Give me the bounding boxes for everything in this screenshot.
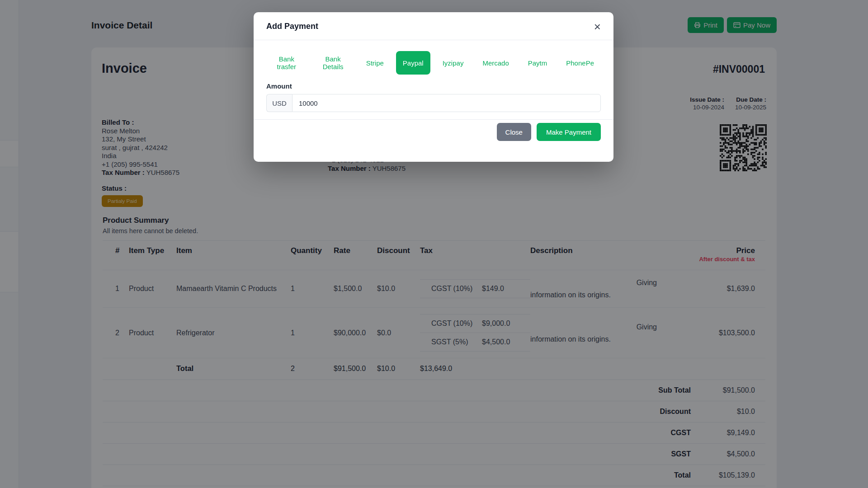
tab-bank-transfer[interactable]: Bank trasfer bbox=[266, 51, 307, 75]
modal-title: Add Payment bbox=[266, 22, 318, 31]
payment-method-tabs: Bank trasfer Bank Details Stripe Paypal … bbox=[266, 51, 601, 75]
tab-iyzipay[interactable]: Iyzipay bbox=[436, 51, 471, 75]
make-payment-button[interactable]: Make Payment bbox=[537, 123, 601, 141]
tab-phonepe[interactable]: PhonePe bbox=[559, 51, 601, 75]
amount-label: Amount bbox=[266, 82, 601, 90]
tab-mercado[interactable]: Mercado bbox=[476, 51, 515, 75]
tab-bank-details[interactable]: Bank Details bbox=[312, 51, 354, 75]
tab-stripe[interactable]: Stripe bbox=[359, 51, 391, 75]
add-payment-modal: Add Payment × Bank trasfer Bank Details … bbox=[254, 12, 613, 162]
tab-paytm[interactable]: Paytm bbox=[521, 51, 554, 75]
currency-addon: USD bbox=[266, 94, 292, 112]
modal-footer: Close Make Payment bbox=[254, 119, 613, 162]
close-icon[interactable]: × bbox=[594, 22, 601, 31]
amount-input[interactable] bbox=[292, 94, 601, 112]
modal-body: Bank trasfer Bank Details Stripe Paypal … bbox=[254, 40, 613, 119]
amount-input-group: USD bbox=[266, 94, 601, 112]
close-button[interactable]: Close bbox=[497, 123, 531, 141]
modal-header: Add Payment × bbox=[254, 12, 613, 40]
tab-paypal[interactable]: Paypal bbox=[396, 51, 430, 75]
